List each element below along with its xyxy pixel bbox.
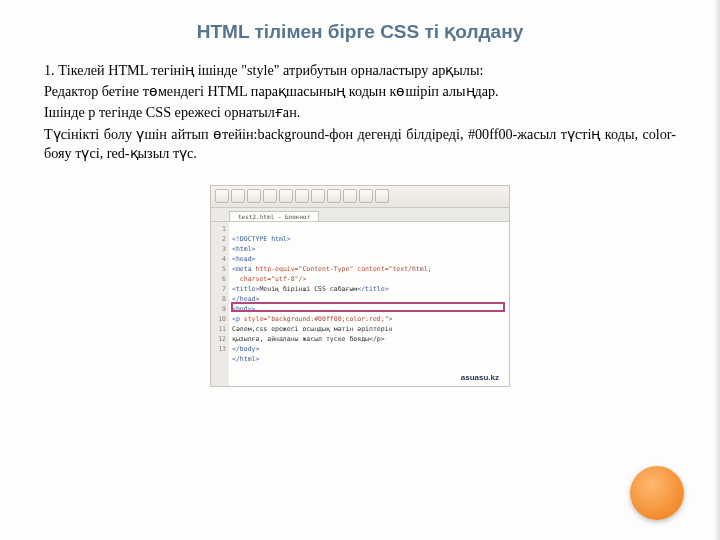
paragraph-2: Редактор бетіне төмендегі HTML парақшасы… bbox=[44, 82, 676, 101]
code-token: "background:#00ff00;color:red;" bbox=[267, 315, 388, 323]
code-line: Сәлем,css ережесі осындық мәтін әріптері… bbox=[232, 325, 392, 333]
toolbar-button bbox=[359, 189, 373, 203]
paragraph-1: 1. Тікелей HTML тегінің ішінде "style" а… bbox=[44, 61, 676, 80]
code-line: қызылға, айналаны жасыл түске бояды</p> bbox=[232, 335, 385, 343]
code-token: </title> bbox=[357, 285, 388, 293]
line-number: 1 bbox=[214, 224, 226, 234]
code-token: <p bbox=[232, 315, 244, 323]
code-line: <body> bbox=[232, 305, 255, 313]
page-title: HTML тілімен бірге CSS ті қолдану bbox=[44, 20, 676, 43]
editor-tab: test2.html - Блокнот bbox=[229, 211, 319, 221]
line-number: 5 bbox=[214, 264, 226, 274]
line-number: 7 bbox=[214, 284, 226, 294]
toolbar-button bbox=[215, 189, 229, 203]
slide: HTML тілімен бірге CSS ті қолдану 1. Тік… bbox=[0, 0, 720, 540]
highlight-box bbox=[231, 302, 505, 312]
toolbar-button bbox=[343, 189, 357, 203]
editor-tabs: test2.html - Блокнот bbox=[211, 208, 509, 222]
line-number: 9 bbox=[214, 304, 226, 314]
code-token: style= bbox=[244, 315, 267, 323]
toolbar-button bbox=[311, 189, 325, 203]
body-text: 1. Тікелей HTML тегінің ішінде "style" а… bbox=[44, 61, 676, 163]
code-token: > bbox=[389, 315, 393, 323]
code-token: <title> bbox=[232, 285, 259, 293]
code-line: </head> bbox=[232, 295, 259, 303]
code-token: "utf-8"/> bbox=[271, 275, 306, 283]
code-line: </body> bbox=[232, 345, 259, 353]
paragraph-3: Ішінде p тегінде CSS ережесі орнатылған. bbox=[44, 103, 676, 122]
code-line: <html> bbox=[232, 245, 255, 253]
line-number: 10 bbox=[214, 314, 226, 324]
code-line: </html> bbox=[232, 355, 259, 363]
line-number: 11 bbox=[214, 324, 226, 334]
code-token: content= bbox=[357, 265, 388, 273]
toolbar-button bbox=[295, 189, 309, 203]
side-shadow bbox=[714, 0, 720, 540]
editor-code-area: 1 2 3 4 5 6 7 8 9 10 11 12 13 <!DOCTYPE … bbox=[211, 222, 509, 386]
code-line: <!DOCTYPE html> bbox=[232, 235, 291, 243]
code-token: <meta bbox=[232, 265, 255, 273]
decorative-circle-icon bbox=[630, 466, 684, 520]
line-number: 8 bbox=[214, 294, 226, 304]
line-number: 4 bbox=[214, 254, 226, 264]
line-number: 12 bbox=[214, 334, 226, 344]
line-number: 2 bbox=[214, 234, 226, 244]
line-gutter: 1 2 3 4 5 6 7 8 9 10 11 12 13 bbox=[211, 222, 229, 386]
code-token: "text/html; bbox=[389, 265, 432, 273]
toolbar-button bbox=[263, 189, 277, 203]
code-token: http-equiv= bbox=[255, 265, 298, 273]
paragraph-4: Түсінікті болу үшін айтып өтейін:backgro… bbox=[44, 125, 676, 163]
code-token: Менің бірінші CSS сабағым bbox=[259, 285, 357, 293]
code-token: "Content-Type" bbox=[299, 265, 358, 273]
line-number: 6 bbox=[214, 274, 226, 284]
toolbar-button bbox=[231, 189, 245, 203]
code-editor-screenshot: test2.html - Блокнот 1 2 3 4 5 6 7 8 9 1… bbox=[210, 185, 510, 387]
line-number: 13 bbox=[214, 344, 226, 354]
line-number: 3 bbox=[214, 244, 226, 254]
code-line: <head> bbox=[232, 255, 255, 263]
toolbar-button bbox=[247, 189, 261, 203]
toolbar-button bbox=[279, 189, 293, 203]
code-content: <!DOCTYPE html> <html> <head> <meta http… bbox=[229, 222, 509, 386]
toolbar-button bbox=[375, 189, 389, 203]
toolbar-button bbox=[327, 189, 341, 203]
watermark: asuasu.kz bbox=[461, 373, 499, 382]
editor-toolbar bbox=[211, 186, 509, 208]
code-token: charset= bbox=[240, 275, 271, 283]
